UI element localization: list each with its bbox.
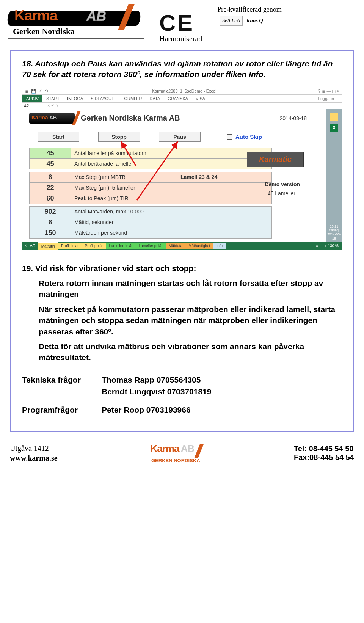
excel-app-icon[interactable]: X xyxy=(330,124,338,132)
cell-value: 45 xyxy=(30,158,71,169)
cell-label: Mätvärden per sekund xyxy=(71,228,272,238)
pause-button[interactable]: Paus xyxy=(159,132,201,142)
footer-logo-sub: GERKEN NORDISKA xyxy=(151,458,201,463)
instruction-19-p1: Rotera rotorn innan mätningen startas oc… xyxy=(39,278,342,300)
ce-mark-icon: C E xyxy=(159,10,202,36)
cell-value: 22 xyxy=(30,182,71,193)
undo-icon: ↶ xyxy=(39,89,42,93)
excel-icon: ▣ xyxy=(25,89,28,93)
measurement-table: 45 Antal lameller på kommutatorn 45 Anta… xyxy=(29,148,272,169)
lameller-label: 45 Lameller xyxy=(268,190,295,196)
cell-label: Peak to Peak (µm) TIR xyxy=(71,193,272,204)
tech-contact-1: Thomas Rapp 0705564305 xyxy=(102,374,211,386)
sheet-tab[interactable]: Mätrutin xyxy=(38,242,58,250)
tel-label: Tel: 08-445 54 50 xyxy=(294,444,354,453)
cell-value: 60 xyxy=(30,193,71,204)
excel-title: Karmatic2000_1_6seDemo - Excel xyxy=(152,89,217,93)
measurement-table-3: 902 Antal Mätvärden, max 10 000 6 Mättid… xyxy=(29,206,272,239)
sheet-main: Karma AB Gerken Nordiska Karma AB 2014-0… xyxy=(22,109,326,242)
prequal-label: Pre-kvalificerad genom xyxy=(217,5,281,15)
cell-value: 6 xyxy=(30,217,71,228)
ce-block: C E Harmoniserad xyxy=(159,5,202,43)
cell-label: Antal Mätvärden, max 10 000 xyxy=(71,206,272,217)
ribbon-tab[interactable]: START xyxy=(42,95,63,102)
cell-value: 45 xyxy=(30,148,71,158)
cell-label: Antal lameller på kommutatorn xyxy=(71,148,272,158)
page-header: Karma AB Gerken Nordiska C E Harmonisera… xyxy=(0,0,364,46)
tech-questions-label: Tekniska frågor xyxy=(22,374,102,398)
ribbon-file[interactable]: ARKIV xyxy=(22,95,42,102)
harmonized-label: Harmoniserad xyxy=(159,35,202,43)
logo-ab: AB xyxy=(86,8,106,24)
redo-icon: ↷ xyxy=(45,89,49,93)
save-icon: 💾 xyxy=(31,89,36,93)
stop-button[interactable]: Stopp xyxy=(98,132,140,142)
quick-access-toolbar: ▣ 💾 ↶ ↷ xyxy=(25,89,50,94)
folder-icon[interactable] xyxy=(330,113,338,121)
cell-label: Antal beräknade lameller xyxy=(71,158,272,169)
cell-value: 902 xyxy=(30,206,71,217)
measurement-table-2: 6 Max Steg (µm) MBTB Lamell 23 & 24 22 M… xyxy=(29,172,272,204)
karmatic-badge: Karmatic xyxy=(247,152,304,167)
status-label: KLAR xyxy=(22,242,38,249)
formula-input[interactable] xyxy=(61,105,342,107)
sheet-date: 2014-03-18 xyxy=(279,115,307,121)
sheet-company-title: Gerken Nordiska Karma AB xyxy=(81,114,180,122)
sheet-tab[interactable]: Profil linjär xyxy=(58,243,82,249)
formula-bar: A2 × ✓ fx xyxy=(22,102,342,109)
excel-titlebar: ▣ 💾 ↶ ↷ Karmatic2000_1_6seDemo - Excel ?… xyxy=(22,88,342,95)
ribbon-tab[interactable]: FORMLER xyxy=(118,95,146,102)
sheet-tabs: KLAR Mätrutin Profil linjär Profil polär… xyxy=(22,242,342,250)
auto-skip-checkbox[interactable]: Auto Skip xyxy=(227,133,262,140)
sheet-tab[interactable]: Profil polär xyxy=(82,243,106,249)
system-clock: 13:21 tisdag 2014-03-18 xyxy=(326,224,342,241)
sheet-tab[interactable]: Lameller linjär xyxy=(106,243,135,249)
prequal-block: Pre-kvalificerad genom SellihcA trans Q xyxy=(217,5,281,27)
logo-subtitle: Gerken Nordiska xyxy=(13,27,75,36)
sheet-tab[interactable]: Lameller polär xyxy=(136,243,166,249)
transq-badge: trans Q xyxy=(246,18,263,24)
contacts-block: Tekniska frågor Thomas Rapp 0705564305 B… xyxy=(22,374,342,416)
sheet-tab[interactable]: Info xyxy=(213,243,226,249)
excel-screenshot: ▣ 💾 ↶ ↷ Karmatic2000_1_6seDemo - Excel ?… xyxy=(22,88,342,250)
cell-extra: Lamell 23 & 24 xyxy=(177,172,272,182)
logo-slash-icon xyxy=(195,444,204,458)
footer-logo: Karma AB GERKEN NORDISKA xyxy=(151,443,201,463)
footer-right: Tel: 08-445 54 50 Fax:08-445 54 54 xyxy=(294,444,354,462)
login-label[interactable]: Logga in xyxy=(314,95,338,102)
ribbon-tab[interactable]: INFOGA xyxy=(63,95,87,102)
sheet-tab[interactable]: Mätdata xyxy=(166,243,185,249)
program-contact: Peter Roop 0703193966 xyxy=(102,404,191,416)
auto-skip-label: Auto Skip xyxy=(235,133,262,140)
demo-label: Demo version xyxy=(265,181,300,187)
program-questions-label: Programfrågor xyxy=(22,404,102,416)
taskbar-side: X 13:21 tisdag 2014-03-18 xyxy=(326,109,342,242)
zoom-label[interactable]: − ──●── + 130 % xyxy=(304,243,342,249)
website-label: www.karma.se xyxy=(10,453,58,463)
fx-icon: × ✓ fx xyxy=(45,103,61,108)
page-footer: Utgåva 1412 www.karma.se Karma AB GERKEN… xyxy=(0,432,364,470)
fax-label: Fax:08-445 54 54 xyxy=(294,453,354,462)
cell-label: Max Steg (µm) MBTB xyxy=(71,172,177,182)
ribbon-tabs: ARKIV START INFOGA SIDLAYOUT FORMLER DAT… xyxy=(22,95,342,102)
keyboard-icon[interactable] xyxy=(331,217,337,221)
cell-value: 6 xyxy=(30,172,71,182)
ribbon-tab[interactable]: VISA xyxy=(192,95,209,102)
instruction-18: 18. Autoskip och Paus kan användas vid o… xyxy=(22,58,342,80)
logo-text: Karma xyxy=(14,8,57,24)
start-button[interactable]: Start xyxy=(38,132,79,142)
cell-label: Mättid, sekunder xyxy=(71,217,272,228)
instruction-19-p3: Detta för att undvika mätbrus och vibrat… xyxy=(39,341,342,363)
cell-label: Max Steg (µm), 5 lameller xyxy=(71,182,272,193)
content-frame: 18. Autoskip och Paus kan användas vid o… xyxy=(10,50,354,432)
sheet-tab[interactable]: Mäthastighet xyxy=(185,243,213,249)
sellihca-badge: SellihcA xyxy=(220,16,243,26)
checkbox-icon[interactable] xyxy=(227,134,232,140)
ribbon-tab[interactable]: GRANSKA xyxy=(164,95,192,102)
name-box[interactable]: A2 xyxy=(22,103,45,109)
ribbon-tab[interactable]: DATA xyxy=(146,95,164,102)
instruction-19-title: 19. Vid risk för vibrationer vid start o… xyxy=(22,263,342,274)
cell-value: 150 xyxy=(30,228,71,238)
tech-contact-2: Berndt Lingqvist 0703701819 xyxy=(102,386,211,398)
ribbon-tab[interactable]: SIDLAYOUT xyxy=(87,95,118,102)
